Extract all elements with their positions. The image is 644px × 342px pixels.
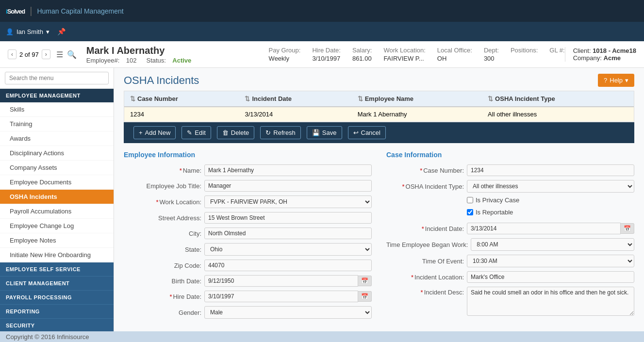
col-header-employee-name[interactable]: ⇅Employee Name [352, 91, 482, 107]
employee-info-header: Mark I Abernathy Employee#: 102 Status: … [86, 45, 269, 64]
add-new-button[interactable]: + Add New [133, 126, 176, 139]
client-info: Client: 1018 - Acme18 Company: Acme [565, 47, 636, 62]
next-employee-button[interactable]: › [42, 49, 50, 59]
job-title-input[interactable] [204, 180, 372, 192]
sidebar-item-employee-documents[interactable]: Employee Documents [0, 175, 114, 190]
employee-nav-bar: ‹ 2 of 97 › ☰ 🔍 Mark I Abernathy Employe… [0, 41, 644, 68]
employee-list-icon[interactable]: ☰ [56, 50, 63, 59]
table-header-row: ⇅Case Number ⇅Incident Date ⇅Employee Na… [124, 91, 634, 107]
delete-label: Delete [231, 129, 249, 136]
sidebar-section-reporting[interactable]: REPORTING [0, 305, 114, 319]
cell-incident-type: All other illnesses [482, 107, 634, 122]
work-location-select[interactable]: FVPK - FAIRVIEW PARK, OH [204, 195, 372, 208]
sidebar-item-employee-change-log[interactable]: Employee Change Log [0, 219, 114, 233]
birth-date-input[interactable] [204, 275, 358, 287]
form-row-hire-date: *Hire Date: 📅 [124, 291, 372, 302]
edit-label: Edit [195, 129, 205, 136]
cancel-button[interactable]: ↩ Cancel [348, 126, 386, 139]
gl-group: GL #: [549, 47, 564, 62]
sidebar-item-new-hire-onboarding[interactable]: Initiate New Hire Onboarding [0, 248, 114, 262]
dept-label: Dept: [484, 47, 499, 54]
employee-nav-arrows: ‹ 2 of 97 › [8, 49, 50, 59]
state-select[interactable]: Ohio [204, 243, 372, 256]
osha-type-select[interactable]: All other illnesses [467, 180, 634, 193]
positions-group: Positions: [511, 47, 538, 62]
sidebar-section-payroll-processing[interactable]: PAYROLL PROCESSING [0, 291, 114, 305]
form-row-gender: Gender: Male [124, 306, 372, 319]
name-input[interactable] [204, 164, 372, 176]
hire-date-input[interactable] [204, 291, 358, 302]
user-menu[interactable]: 👤 Ian Smith ▾ [6, 28, 50, 35]
sidebar-item-payroll-accumulations[interactable]: Payroll Accumulations [0, 204, 114, 219]
is-privacy-checkbox[interactable] [467, 197, 473, 203]
employee-name: Mark I Abernathy [86, 45, 269, 56]
sidebar-item-employee-notes[interactable]: Employee Notes [0, 233, 114, 248]
incident-location-input[interactable] [467, 271, 634, 283]
sidebar-section-security[interactable]: SECURITY [0, 319, 114, 331]
save-button[interactable]: 💾 Save [307, 126, 342, 139]
is-reportable-checkbox[interactable] [467, 209, 473, 215]
time-event-select[interactable]: 10:30 AM [467, 255, 634, 267]
client-label: Client: [573, 47, 591, 54]
employee-search-icon[interactable]: 🔍 [67, 50, 77, 59]
delete-button[interactable]: 🗑 Delete [217, 126, 255, 139]
sidebar-item-osha-incidents[interactable]: OSHA Incidents [0, 190, 114, 204]
gender-select[interactable]: Male [204, 306, 372, 319]
footer: Copyright © 2016 Infinisource [0, 331, 644, 342]
form-row-osha-type: *OSHA Incident Type: All other illnesses [386, 180, 634, 193]
city-input[interactable] [204, 228, 372, 239]
sidebar-item-awards[interactable]: Awards [0, 131, 114, 146]
edit-icon: ✎ [187, 129, 192, 136]
form-row-work-location: *Work Location: FVPK - FAIRVIEW PARK, OH [124, 195, 372, 208]
app-tagline: Human Capital Management [37, 7, 123, 15]
dept-group: Dept: 300 [484, 47, 499, 62]
state-label: State: [124, 246, 201, 253]
pin-icon[interactable]: 📌 [57, 28, 66, 35]
employee-sub-info: Employee#: 102 Status: Active [86, 57, 269, 64]
form-row-city: City: [124, 228, 372, 239]
incident-desc-textarea[interactable]: Said he could smell an odor in his offic… [467, 287, 634, 316]
incident-date-calendar-button[interactable]: 📅 [621, 223, 634, 234]
hire-date-value: 3/10/1997 [312, 55, 341, 62]
cancel-icon: ↩ [353, 129, 359, 136]
prev-employee-button[interactable]: ‹ [8, 49, 17, 59]
job-title-label: Employee Job Title: [124, 182, 201, 190]
table-row[interactable]: 1234 3/13/2014 Mark 1 Abernathy All othe… [124, 107, 634, 122]
hire-date-calendar-button[interactable]: 📅 [358, 291, 372, 302]
employee-status-label: Status: [146, 57, 165, 64]
incident-date-input[interactable] [467, 223, 621, 234]
form-row-time-began: Time Employee Began Work: 8:00 AM [386, 238, 634, 251]
sidebar-item-disciplinary-actions[interactable]: Disciplinary Actions [0, 146, 114, 161]
employee-nav-icons: ☰ 🔍 [56, 50, 77, 59]
sidebar-item-company-assets[interactable]: Company Assets [0, 161, 114, 175]
help-button[interactable]: ? Help ▾ [598, 74, 634, 87]
sidebar-item-training[interactable]: Training [0, 117, 114, 131]
edit-button[interactable]: ✎ Edit [182, 126, 211, 139]
sidebar-section-employee-self-service[interactable]: EMPLOYEE SELF SERVICE [0, 262, 114, 277]
street-label: Street Address: [124, 214, 201, 222]
pay-group-label: Pay Group: [269, 47, 301, 54]
zip-input[interactable] [204, 260, 372, 271]
sidebar-section-client-management[interactable]: CLIENT MANAGEMENT [0, 277, 114, 291]
company-value: Acme [604, 54, 621, 62]
sidebar-search-input[interactable] [5, 72, 109, 84]
add-icon: + [139, 129, 143, 136]
form-row-job-title: Employee Job Title: [124, 180, 372, 192]
refresh-button[interactable]: ↻ Refresh [260, 126, 301, 139]
employee-info-section: Employee Information *Name: Employee Job… [124, 151, 372, 323]
sidebar-item-skills[interactable]: Skills [0, 102, 114, 117]
col-header-case-number[interactable]: ⇅Case Number [124, 91, 239, 107]
case-number-input[interactable] [467, 164, 634, 176]
col-header-incident-date[interactable]: ⇅Incident Date [239, 91, 351, 107]
street-input[interactable] [204, 212, 372, 224]
salary-group: Salary: 861.00 [352, 47, 372, 62]
user-name: Ian Smith [17, 28, 43, 35]
employee-status: Active [172, 57, 191, 64]
is-privacy-label: Is Privacy Case [476, 196, 519, 204]
col-header-osha-type[interactable]: ⇅OSHA Incident Type [482, 91, 634, 107]
cell-case-number: 1234 [124, 107, 239, 122]
time-began-select[interactable]: 8:00 AM [471, 238, 634, 251]
form-row-birth-date: Birth Date: 📅 [124, 275, 372, 287]
osha-type-label: *OSHA Incident Type: [386, 183, 464, 190]
birth-date-calendar-button[interactable]: 📅 [358, 276, 372, 286]
